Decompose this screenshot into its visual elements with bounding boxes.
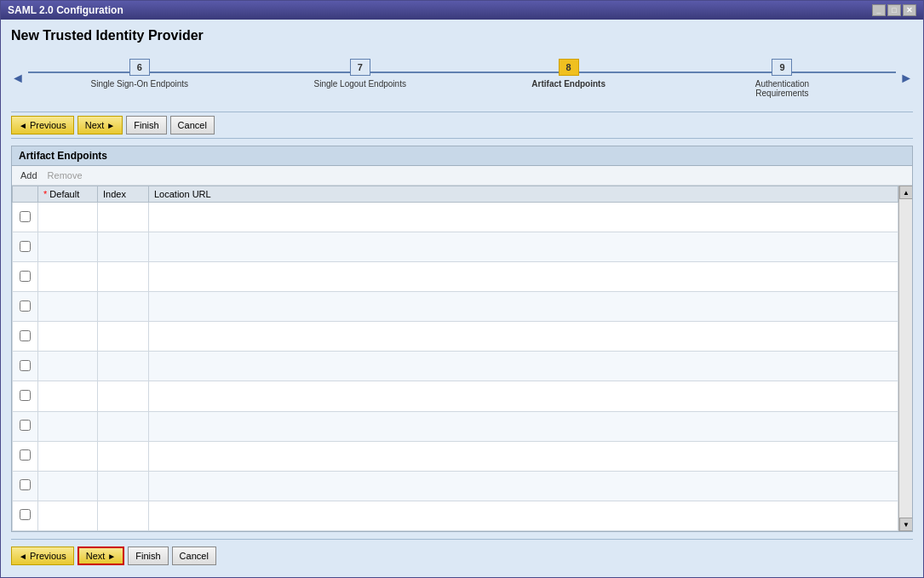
step-9-number: 9 [772, 59, 792, 76]
row-checkbox[interactable] [20, 479, 31, 490]
table-row[interactable] [13, 471, 898, 501]
row-url-cell [149, 292, 898, 322]
row-index-cell [98, 411, 149, 441]
step-6-number: 6 [129, 59, 150, 76]
step-7-label: Single Logout Endpoints [314, 79, 406, 89]
row-checkbox-cell[interactable] [13, 381, 38, 411]
scroll-up-button[interactable]: ▲ [899, 186, 912, 199]
col-index-header: Index [98, 186, 149, 203]
scroll-down-button[interactable]: ▼ [899, 518, 912, 531]
wizard-step-6[interactable]: 6 Single Sign-On Endpoints [91, 59, 189, 89]
step-8-label: Artifact Endpoints [531, 79, 605, 89]
wizard-step-9[interactable]: 9 Authentication Requirements [731, 59, 833, 98]
row-index-cell [98, 262, 149, 292]
bottom-previous-button[interactable]: ◄ Previous [11, 547, 74, 565]
row-url-cell [149, 352, 898, 381]
table-row[interactable] [13, 232, 898, 262]
row-checkbox-cell[interactable] [13, 322, 38, 352]
row-index-cell [98, 232, 149, 262]
step-7-number: 7 [350, 59, 370, 76]
row-checkbox-cell[interactable] [13, 441, 38, 471]
steps-container: 6 Single Sign-On Endpoints 7 Single Logo… [28, 59, 896, 98]
table-section-title: Artifact Endpoints [12, 146, 912, 166]
row-checkbox-cell[interactable] [13, 471, 38, 501]
bottom-next-button[interactable]: Next ► [77, 547, 125, 565]
row-default-cell [38, 292, 98, 322]
row-checkbox-cell[interactable] [13, 352, 38, 381]
row-url-cell [149, 441, 898, 471]
table-actions: Add Remove [12, 166, 912, 186]
top-toolbar: ◄ Previous Next ► Finish Cancel [11, 112, 913, 139]
wizard-step-7[interactable]: 7 Single Logout Endpoints [314, 59, 406, 89]
row-url-cell [149, 262, 898, 292]
bottom-next-arrow-icon: ► [107, 552, 116, 561]
table-row[interactable] [13, 501, 898, 530]
main-window: SAML 2.0 Configuration _ □ ✕ New Trusted… [0, 0, 924, 578]
row-default-cell [38, 322, 98, 352]
row-default-cell [38, 471, 98, 501]
close-button[interactable]: ✕ [903, 4, 916, 16]
main-content: New Trusted Identity Provider ◄ 6 Single… [1, 20, 923, 577]
row-checkbox[interactable] [20, 211, 31, 222]
row-default-cell [38, 262, 98, 292]
row-checkbox-cell[interactable] [13, 262, 38, 292]
table-row[interactable] [13, 262, 898, 292]
row-checkbox[interactable] [20, 390, 31, 401]
row-index-cell [98, 381, 149, 411]
row-checkbox-cell[interactable] [13, 232, 38, 262]
step-8-number: 8 [559, 59, 579, 76]
top-previous-button[interactable]: ◄ Previous [11, 116, 74, 134]
row-default-cell [38, 203, 98, 232]
minimize-button[interactable]: _ [872, 4, 886, 16]
row-checkbox[interactable] [20, 271, 31, 282]
bottom-finish-button[interactable]: Finish [128, 547, 168, 565]
scrollbar[interactable]: ▲ ▼ [898, 186, 912, 531]
table-row[interactable] [13, 292, 898, 322]
row-checkbox[interactable] [20, 300, 31, 312]
top-next-button[interactable]: Next ► [77, 116, 123, 134]
row-checkbox[interactable] [20, 420, 31, 431]
row-index-cell [98, 501, 149, 530]
wizard-step-8[interactable]: 8 Artifact Endpoints [531, 59, 605, 89]
row-default-cell [38, 441, 98, 471]
row-checkbox[interactable] [20, 330, 31, 341]
remove-button[interactable]: Remove [46, 169, 84, 181]
table-row[interactable] [13, 411, 898, 441]
page-title: New Trusted Identity Provider [11, 28, 913, 43]
table-row[interactable] [13, 203, 898, 232]
row-url-cell [149, 471, 898, 501]
col-checkbox-header [13, 186, 38, 203]
table-row[interactable] [13, 381, 898, 411]
title-bar: SAML 2.0 Configuration _ □ ✕ [1, 1, 923, 20]
add-button[interactable]: Add [19, 169, 39, 181]
wizard-steps: ◄ 6 Single Sign-On Endpoints 7 Single Lo… [11, 52, 913, 105]
row-checkbox[interactable] [20, 449, 31, 461]
artifact-endpoints-section: Artifact Endpoints Add Remove Default In… [11, 146, 913, 532]
top-finish-button[interactable]: Finish [126, 116, 166, 134]
wizard-arrow-left-icon: ◄ [11, 71, 25, 86]
row-checkbox[interactable] [20, 360, 31, 371]
row-index-cell [98, 203, 149, 232]
table-row[interactable] [13, 352, 898, 381]
bottom-cancel-button[interactable]: Cancel [172, 547, 216, 565]
row-url-cell [149, 232, 898, 262]
window-title: SAML 2.0 Configuration [8, 4, 123, 16]
table-row[interactable] [13, 441, 898, 471]
window-controls: _ □ ✕ [872, 4, 916, 16]
row-checkbox[interactable] [20, 241, 31, 252]
maximize-button[interactable]: □ [887, 4, 901, 16]
top-cancel-button[interactable]: Cancel [170, 116, 215, 134]
row-url-cell [149, 322, 898, 352]
row-checkbox[interactable] [20, 509, 31, 520]
col-default-header: Default [38, 186, 98, 203]
row-checkbox-cell[interactable] [13, 292, 38, 322]
row-checkbox-cell[interactable] [13, 203, 38, 232]
row-url-cell [149, 501, 898, 530]
row-checkbox-cell[interactable] [13, 411, 38, 441]
row-default-cell [38, 381, 98, 411]
wizard-arrow-right-icon: ► [899, 71, 913, 86]
row-checkbox-cell[interactable] [13, 501, 38, 530]
row-index-cell [98, 471, 149, 501]
bottom-toolbar: ◄ Previous Next ► Finish Cancel [11, 539, 913, 569]
table-row[interactable] [13, 322, 898, 352]
